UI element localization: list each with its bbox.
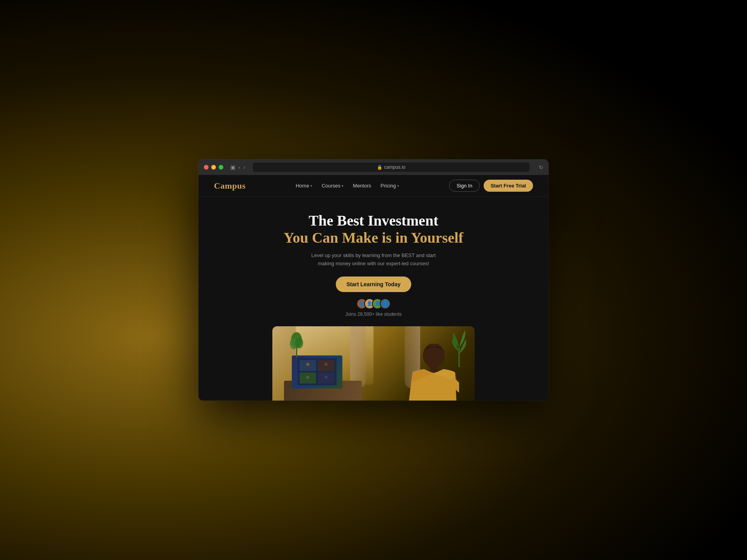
hero-image-background <box>272 326 475 401</box>
minimize-button[interactable] <box>211 165 216 170</box>
social-proof-text: Joins 28,500+ like students <box>345 312 402 317</box>
site-logo[interactable]: Campus <box>214 181 245 191</box>
hero-image <box>272 326 475 401</box>
person-figure <box>405 344 459 401</box>
nav-actions: Sign In Start Free Trial <box>449 180 533 192</box>
nav-item-pricing[interactable]: Pricing ▾ <box>381 183 399 189</box>
svg-point-14 <box>423 344 445 368</box>
navigation: Campus Home ▾ Courses ▾ Mentors Pricing … <box>198 175 549 197</box>
svg-point-7 <box>306 376 309 379</box>
avatar: 👤 <box>380 298 391 309</box>
laptop-screen <box>292 355 342 388</box>
nav-item-home[interactable]: Home ▾ <box>296 183 312 189</box>
plant-left <box>290 332 303 357</box>
chevron-down-icon: ▾ <box>342 184 344 188</box>
laptop <box>292 355 342 388</box>
hero-title-line2: You Can Make is in Yourself <box>284 229 463 247</box>
refresh-icon[interactable]: ↻ <box>539 164 543 170</box>
free-trial-button[interactable]: Start Free Trial <box>484 180 533 192</box>
svg-point-5 <box>306 363 309 366</box>
svg-point-6 <box>324 363 328 366</box>
hero-section: The Best Investment You Can Make is in Y… <box>198 197 549 401</box>
svg-point-8 <box>324 376 328 379</box>
chevron-down-icon: ▾ <box>397 184 399 188</box>
sign-in-button[interactable]: Sign In <box>449 180 479 192</box>
nav-item-mentors[interactable]: Mentors <box>353 183 371 189</box>
nav-controls: ▣ ‹ › <box>230 164 245 170</box>
traffic-lights <box>204 165 223 170</box>
curtain-left <box>350 326 366 388</box>
back-icon[interactable]: ‹ <box>238 164 240 170</box>
chevron-down-icon: ▾ <box>310 184 312 188</box>
start-learning-button[interactable]: Start Learning Today <box>336 276 412 292</box>
title-bar: ▣ ‹ › 🔒 campus.io ↻ <box>198 159 549 175</box>
browser-content: Campus Home ▾ Courses ▾ Mentors Pricing … <box>198 175 549 401</box>
svg-rect-15 <box>430 365 438 373</box>
close-button[interactable] <box>204 165 209 170</box>
avatar-group: 👤 👤 👤 👤 <box>356 298 391 309</box>
address-text: campus.io <box>384 164 405 170</box>
maximize-button[interactable] <box>219 165 223 170</box>
svg-point-12 <box>295 338 303 348</box>
hero-title-line1: The Best Investment <box>309 212 438 229</box>
sidebar-toggle-icon[interactable]: ▣ <box>230 164 235 170</box>
forward-icon[interactable]: › <box>244 164 245 170</box>
browser-window: ▣ ‹ › 🔒 campus.io ↻ Campus Home ▾ Course… <box>198 159 549 401</box>
nav-item-courses[interactable]: Courses ▾ <box>322 183 344 189</box>
hero-subtitle: Level up your skills by learning from th… <box>311 252 436 268</box>
nav-links-list: Home ▾ Courses ▾ Mentors Pricing ▾ <box>296 183 399 189</box>
social-proof: 👤 👤 👤 👤 Joins 28,500+ like students <box>345 298 402 317</box>
lock-icon: 🔒 <box>377 165 382 170</box>
address-bar[interactable]: 🔒 campus.io <box>253 163 530 172</box>
